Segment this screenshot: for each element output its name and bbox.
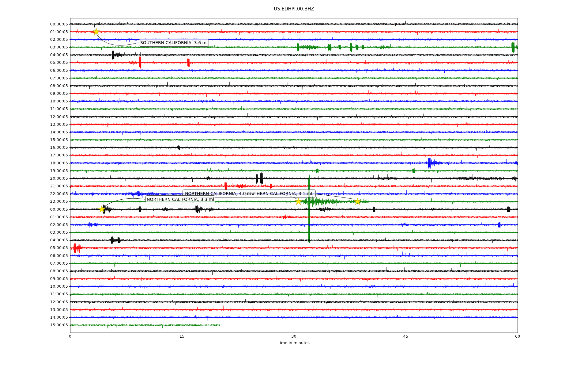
y-tick-label: 02:00:05 xyxy=(34,222,68,227)
y-tick-label: 09:00:05 xyxy=(34,91,68,96)
y-tick-label: 03:00:05 xyxy=(34,45,68,49)
y-tick-label: 00:00:05 xyxy=(34,22,68,26)
x-tick-label: 30 xyxy=(291,334,296,339)
x-tick-label: 45 xyxy=(403,334,408,339)
y-tick-label: 14:00:05 xyxy=(34,315,68,320)
y-tick-label: 09:00:05 xyxy=(34,276,68,281)
y-tick-label: 10:00:05 xyxy=(34,99,68,103)
y-tick-label: 08:00:05 xyxy=(34,83,68,88)
y-tick-label: 03:00:05 xyxy=(34,230,68,235)
y-tick-label: 06:00:05 xyxy=(34,68,68,73)
y-tick-label: 02:00:05 xyxy=(34,37,68,42)
y-tick-label: 06:00:05 xyxy=(34,253,68,258)
y-tick-label: 05:00:05 xyxy=(34,245,68,250)
y-tick-label: 22:00:05 xyxy=(34,191,68,196)
event-annotation: NORTHERN CALIFORNIA, 3.3 ml xyxy=(145,195,215,203)
y-tick-label: 15:00:05 xyxy=(34,323,68,327)
y-tick-label: 04:00:05 xyxy=(34,238,68,242)
y-tick-label: 14:00:05 xyxy=(34,130,68,134)
y-tick-label: 11:00:05 xyxy=(34,106,68,111)
y-tick-label: 12:00:05 xyxy=(34,300,68,304)
y-tick-label: 01:00:05 xyxy=(34,215,68,219)
y-tick-label: 21:00:05 xyxy=(34,184,68,188)
y-tick-label: 04:00:05 xyxy=(34,52,68,57)
y-tick-label: 10:00:05 xyxy=(34,284,68,289)
y-tick-label: 08:00:05 xyxy=(34,269,68,273)
y-tick-label: 01:00:05 xyxy=(34,29,68,34)
y-tick-label: 15:00:05 xyxy=(34,137,68,142)
y-tick-label: 11:00:05 xyxy=(34,292,68,296)
y-tick-label: 12:00:05 xyxy=(34,114,68,119)
y-tick-label: 00:00:05 xyxy=(34,207,68,212)
y-tick-label: 07:00:05 xyxy=(34,261,68,266)
event-annotation: SOUTHERN CALIFORNIA, 3.6 ml xyxy=(139,39,209,47)
y-tick-label: 18:00:05 xyxy=(34,161,68,165)
y-tick-label: 19:00:05 xyxy=(34,168,68,173)
x-axis-label: time in minutes xyxy=(0,340,588,345)
y-tick-label: 13:00:05 xyxy=(34,307,68,312)
plot-title: US.EDHPI.00.BHZ xyxy=(0,6,588,12)
helicorder-figure: US.EDHPI.00.BHZ 00:00:0501:00:0502:00:05… xyxy=(0,0,588,368)
y-tick-label: 07:00:05 xyxy=(34,76,68,80)
y-tick-label: 13:00:05 xyxy=(34,122,68,127)
x-tick-label: 15 xyxy=(179,334,185,339)
y-tick-label: 20:00:05 xyxy=(34,176,68,181)
y-tick-label: 05:00:05 xyxy=(34,60,68,65)
seismogram-canvas xyxy=(0,0,588,368)
y-tick-label: 23:00:05 xyxy=(34,199,68,204)
x-tick-label: 60 xyxy=(515,334,520,339)
y-tick-label: 17:00:05 xyxy=(34,153,68,157)
x-tick-label: 0 xyxy=(69,334,71,339)
y-tick-label: 16:00:05 xyxy=(34,145,68,150)
